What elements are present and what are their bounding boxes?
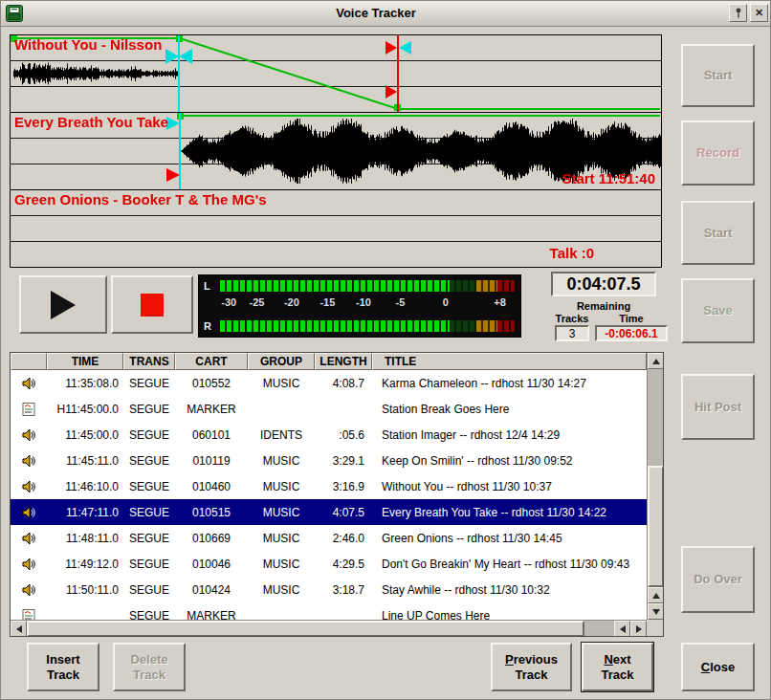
meter-left-row: L [204,280,515,292]
hscroll-left-button-right[interactable] [614,621,630,637]
marker-triangle-red[interactable] [386,85,397,98]
log-row[interactable]: 11:48:11.0 SEGUE 010669 MUSIC 2:46.0 Gre… [11,525,647,551]
start-top-button[interactable]: Start [681,44,755,107]
log-cell-time: 11:46:10.0 [47,480,123,493]
elapsed-time-display: 0:04:07.5 [551,272,656,296]
log-cell-title: Stay Awhile -- rdhost 11/30 10:32 [372,583,647,597]
log-cell-cart: MARKER [175,403,248,416]
log-cell-trans: SEGUE [123,428,175,442]
scale-tick: -20 [284,296,299,308]
log-cell-length: 4:07.5 [315,506,372,519]
log-row-partial[interactable]: SEGUE MARKER Line UP Comes Here [11,602,647,620]
vscroll-up-button-bottom[interactable] [648,587,664,603]
horizontal-scrollbar[interactable] [11,620,647,636]
hit-post-button[interactable]: Hit Post [681,374,755,440]
led-segment-orange [476,280,497,292]
log-cell-title: Station Break Goes Here [372,403,647,416]
scale-tick: -5 [396,296,406,308]
hscroll-left-button[interactable] [11,621,27,637]
led-segment-red [497,280,515,292]
log-cell-trans: SEGUE [123,454,175,468]
hit-post-label: Hit Post [694,400,741,415]
vertical-scrollbar[interactable] [647,353,663,620]
log-cell-time: 11:47:11.0 [47,506,123,519]
insert-track-button[interactable]: Insert Track [27,643,99,691]
log-cell-group: MUSIC [248,558,315,571]
log-row[interactable]: 11:49:12.0 SEGUE 010046 MUSIC 4:29.5 Don… [11,551,647,577]
marker-triangle-red[interactable] [166,168,180,182]
record-label: Record [696,145,739,161]
column-header-length[interactable]: LENGTH [315,353,372,370]
grid-line [11,241,661,242]
start-mid-label: Start [704,226,733,241]
vscroll-up-button[interactable] [648,353,664,369]
delete-track-button[interactable]: Delete Track [113,643,186,691]
log-cell-time: 11:48:11.0 [47,532,123,545]
log-row[interactable]: 11:45:11.0 SEGUE 010119 MUSIC 3:29.1 Kee… [11,448,647,473]
next-track-label: Track [602,667,634,683]
previous-track-button[interactable]: Previous Track [491,643,572,691]
record-button[interactable]: Record [681,120,755,186]
log-cell-length: 2:46.0 [315,532,372,545]
column-header-time[interactable]: TIME [47,353,123,370]
close-button[interactable]: ✕ [750,4,768,22]
log-cell-cart: 060101 [175,428,248,442]
pin-button[interactable] [729,4,747,22]
stop-button[interactable] [111,275,193,334]
close-window-button[interactable]: Close [681,643,755,691]
log-cell-cart: 010424 [175,583,248,597]
log-cell-group: MUSIC [248,377,315,390]
column-header-title[interactable]: TITLE [372,353,647,370]
column-header-cart[interactable]: CART [175,353,248,370]
do-over-button[interactable]: Do Over [681,546,755,613]
hscroll-thumb[interactable] [27,621,584,637]
track-panel-1: Without You - Nilsson [11,35,661,113]
start-mid-button[interactable]: Start [681,201,755,265]
led-segment-red [497,320,515,332]
arrow-up-icon [652,359,660,364]
log-cell-title: Line UP Comes Here [372,609,647,621]
marker-triangle-cyan[interactable] [179,49,192,64]
log-cell-title: Green Onions -- rdhost 11/30 14:45 [372,532,647,545]
save-label: Save [703,303,732,318]
play-button[interactable] [19,275,107,334]
log-row[interactable]: 11:50:11.0 SEGUE 010424 MUSIC 3:18.7 Sta… [11,577,647,602]
log-cell-time: H11:45:00.0 [47,403,123,416]
marker-triangle-cyan[interactable] [165,49,179,64]
delete-track-label: Track [133,667,165,683]
column-header-icon[interactable] [11,353,47,370]
log-cell-cart: 010515 [175,506,248,519]
vscroll-down-button[interactable] [648,603,664,620]
arrow-right-icon [636,625,642,633]
start-top-label: Start [704,68,733,83]
remaining-time-label: Time [603,313,660,324]
log-cell-title: Station Imager -- rdhost 12/4 14:29 [372,428,647,442]
marker-triangle-cyan[interactable] [399,41,411,55]
log-row[interactable]: 11:46:10.0 SEGUE 010460 MUSIC 3:16.9 Wit… [11,473,647,499]
log-cell-title: Don't Go Breakin' My Heart -- rdhost 11/… [372,558,647,571]
waveform-stack: Without You - Nilsson Every Breath You T… [10,34,662,268]
hscroll-right-button[interactable] [630,621,647,637]
previous-track-label: Track [516,667,548,683]
log-cell-length: :05.6 [315,428,372,442]
column-header-trans[interactable]: TRANS [123,353,175,370]
save-button[interactable]: Save [681,278,755,343]
log-cell-cart: 010046 [175,558,248,571]
marker-triangle-red[interactable] [386,41,397,55]
meter-leds-right [220,320,515,332]
next-track-button[interactable]: Next Track [582,643,653,691]
track-start-time-label: Start 11:51:40 [562,170,655,186]
log-cell-cart: 010552 [175,377,248,390]
marker-icon [11,402,47,417]
column-header-group[interactable]: GROUP [248,353,315,370]
speaker-icon [11,376,47,391]
insert-track-label: Insert [46,652,79,667]
log-cell-trans: SEGUE [123,609,175,621]
log-row-selected[interactable]: 11:47:11.0 SEGUE 010515 MUSIC 4:07.5 Eve… [11,499,647,525]
speaker-icon [11,557,47,572]
log-row[interactable]: 11:35:08.0 SEGUE 010552 MUSIC 4:08.7 Kar… [11,370,647,396]
log-row[interactable]: 11:45:00.0 SEGUE 060101 IDENTS :05.6 Sta… [11,422,647,448]
vscroll-thumb[interactable] [648,466,664,587]
log-row[interactable]: H11:45:00.0 SEGUE MARKER Station Break G… [11,396,647,422]
remaining-tracks-label: Tracks [551,313,593,324]
